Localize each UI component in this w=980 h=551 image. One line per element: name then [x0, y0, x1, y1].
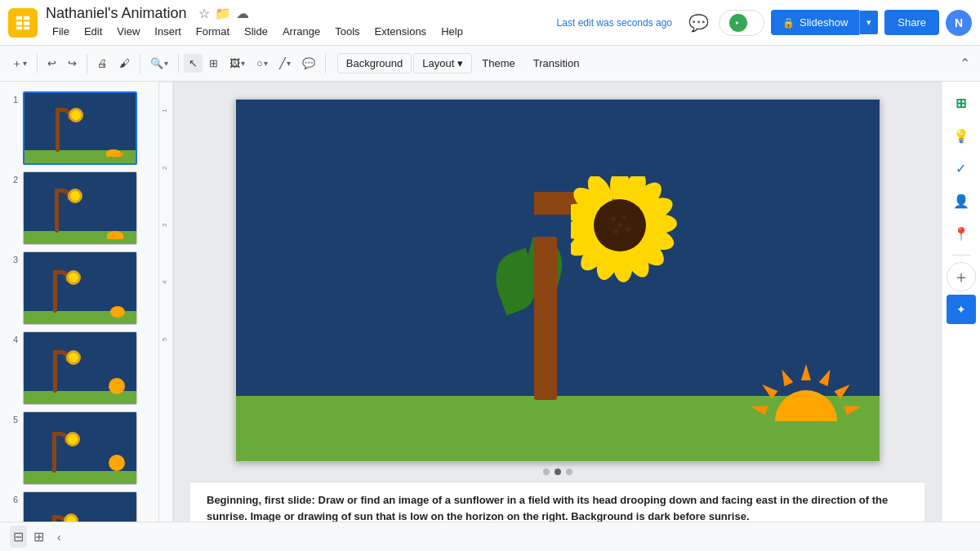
star-icon[interactable]: ☆: [198, 6, 210, 21]
slideshow-label: Slideshow: [800, 16, 848, 29]
folder-icon[interactable]: 📁: [215, 6, 231, 21]
share-label: Share: [898, 16, 926, 29]
h-ruler: -1 1 2 3 4 5 6 7 8 9: [174, 82, 941, 82]
slide-panel: 1 2: [0, 82, 159, 522]
redo-button[interactable]: ↪: [63, 54, 82, 73]
menu-extensions[interactable]: Extensions: [368, 22, 434, 41]
slide-item-6[interactable]: 6: [0, 488, 158, 522]
slide-thumb-4[interactable]: [23, 331, 137, 405]
svg-rect-3: [24, 21, 29, 25]
svg-text:2: 2: [161, 166, 168, 170]
line-button[interactable]: ╱ ▾: [274, 54, 296, 73]
last-edit-label[interactable]: Last edit was seconds ago: [557, 17, 672, 29]
tasks-icon-btn[interactable]: ✓: [947, 153, 976, 183]
menu-edit[interactable]: Edit: [78, 22, 109, 41]
menu-help[interactable]: Help: [434, 22, 470, 41]
app-icon[interactable]: [8, 8, 38, 38]
cloud-icon[interactable]: ☁: [236, 6, 249, 21]
keep-icon-btn[interactable]: 💡: [947, 121, 976, 150]
slide-item-2[interactable]: 2: [0, 168, 158, 248]
slide-item-5[interactable]: 5: [0, 408, 158, 488]
meet-button[interactable]: [719, 10, 764, 36]
slide-num-6: 6: [7, 495, 18, 504]
slide-item-4[interactable]: 4: [0, 328, 158, 408]
sun-element: [749, 360, 863, 437]
plus-icon: ＋: [11, 56, 22, 71]
background-button[interactable]: Background: [337, 53, 412, 73]
svg-marker-57: [818, 367, 834, 386]
transition-button[interactable]: Transition: [525, 54, 588, 73]
svg-point-52: [621, 215, 626, 220]
user-avatar[interactable]: N: [946, 10, 972, 36]
select-button[interactable]: ↖: [184, 54, 203, 73]
image-button[interactable]: 🖼 ▾: [225, 54, 250, 73]
add-addon-button[interactable]: ＋: [947, 262, 976, 291]
menu-view[interactable]: View: [110, 22, 146, 41]
svg-text:1: 1: [161, 109, 168, 113]
sf-head: [571, 176, 702, 286]
theme-button[interactable]: Theme: [474, 54, 523, 73]
collapse-panel-button[interactable]: ‹: [54, 527, 65, 547]
slide-thumb-1[interactable]: [23, 91, 137, 165]
slide-thumb-3[interactable]: [23, 251, 137, 325]
menu-format[interactable]: Format: [189, 22, 236, 41]
shape-icon: ○: [256, 57, 263, 69]
layout-button[interactable]: Layout ▾: [413, 53, 472, 73]
svg-point-53: [626, 227, 630, 232]
slide-thumb-6[interactable]: [23, 491, 137, 522]
speaker-notes[interactable]: Beginning, first slide: Draw or find an …: [190, 482, 924, 522]
main-area: 1 2: [0, 82, 980, 522]
menu-tools[interactable]: Tools: [328, 22, 366, 41]
slide-dots: [543, 462, 572, 482]
add-button[interactable]: ＋ ▾: [7, 53, 32, 74]
paint-format-button[interactable]: 🖌: [114, 54, 135, 73]
slide-num-4: 4: [7, 335, 18, 344]
contacts-icon-btn[interactable]: 👤: [947, 186, 976, 216]
menu-arrange[interactable]: Arrange: [276, 22, 327, 41]
maps-icon-btn[interactable]: 📍: [947, 219, 976, 248]
smart-compose-button[interactable]: ✦: [947, 295, 976, 324]
slideshow-dropdown-button[interactable]: ▾: [859, 11, 878, 34]
svg-rect-64: [765, 421, 847, 433]
grid-view-button[interactable]: ⊞: [30, 526, 47, 548]
slide-thumb-5[interactable]: [23, 411, 137, 485]
share-button[interactable]: Share: [884, 10, 939, 35]
view-icons: ⊟ ⊞: [10, 526, 47, 548]
svg-marker-62: [749, 402, 767, 415]
layout-label: Layout: [422, 57, 454, 69]
slideshow-button-group: 🔒 Slideshow ▾: [771, 10, 878, 35]
slide-thumb-2[interactable]: [23, 171, 137, 245]
sheets-icon-btn[interactable]: ⊞: [947, 88, 976, 118]
meet-icon: [729, 14, 747, 32]
svg-rect-0: [16, 16, 22, 20]
shape-dropdown-arrow: ▾: [264, 59, 268, 68]
menu-slide[interactable]: Slide: [238, 22, 274, 41]
notes-text-bold: Beginning, first slide: Draw or find an …: [207, 494, 888, 522]
undo-button[interactable]: ↩: [42, 54, 61, 73]
svg-rect-4: [16, 26, 22, 29]
comment-button[interactable]: 💬: [297, 54, 320, 73]
filmstrip-view-button[interactable]: ⊟: [10, 526, 27, 548]
image-icon: 🖼: [229, 57, 240, 69]
slide-num-5: 5: [7, 415, 18, 424]
doc-title[interactable]: Nathaniel's Animation: [46, 5, 187, 22]
slide-dot-3: [566, 469, 572, 475]
zoom-button[interactable]: 🔍 ▾: [145, 54, 173, 73]
menu-file[interactable]: File: [46, 22, 76, 41]
print-button[interactable]: 🖨: [92, 54, 113, 73]
menu-insert[interactable]: Insert: [148, 22, 188, 41]
title-icons: ☆ 📁 ☁: [198, 6, 249, 21]
slide-item-3[interactable]: 3: [0, 248, 158, 328]
shape-button[interactable]: ○ ▾: [252, 54, 273, 73]
title-area: Nathaniel's Animation ☆ 📁 ☁ File Edit Vi…: [46, 5, 470, 41]
collapse-toolbar-button[interactable]: ⌃: [956, 52, 973, 74]
lock-icon: 🔒: [782, 17, 795, 29]
toolbar-separator-5: [325, 54, 326, 73]
slideshow-main-button[interactable]: 🔒 Slideshow: [771, 10, 859, 35]
slide-num-2: 2: [7, 175, 18, 184]
main-slide[interactable]: [235, 99, 880, 462]
chat-button[interactable]: 💬: [685, 10, 712, 36]
slide-item-1[interactable]: 1: [0, 88, 158, 168]
svg-marker-56: [801, 364, 811, 380]
textbox-button[interactable]: ⊞: [204, 54, 223, 73]
